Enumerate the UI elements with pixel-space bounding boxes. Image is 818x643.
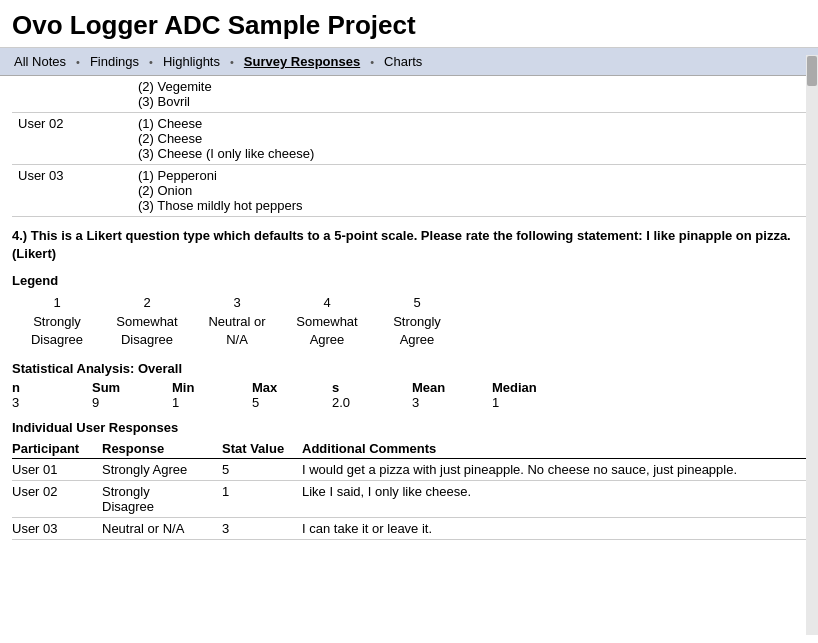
legend-title: Legend <box>12 273 806 288</box>
header-stat-value: Stat Value <box>222 439 302 459</box>
table-row: User 02 StronglyDisagree 1 Like I said, … <box>12 480 806 517</box>
stat-max-col: Max 5 <box>252 380 332 410</box>
responses-table: Participant Response Stat Value Addition… <box>12 439 806 540</box>
header-participant: Participant <box>12 439 102 459</box>
entry-cell: (2) Vegemite(3) Bovril <box>132 76 806 113</box>
stat-median-col: Median 1 <box>492 380 572 410</box>
nav-sep-2: • <box>149 56 153 68</box>
legend-item-3: 3 Neutral orN/A <box>192 294 282 349</box>
legend-row: 1 StronglyDisagree 2 SomewhatDisagree 3 … <box>12 294 806 349</box>
stat-sum-col: Sum 9 <box>92 380 172 410</box>
content-area: (2) Vegemite(3) Bovril User 02 (1) Chees… <box>0 76 818 558</box>
legend-item-4: 4 SomewhatAgree <box>282 294 372 349</box>
scrollbar-track[interactable] <box>806 55 818 635</box>
scrollbar-thumb[interactable] <box>807 56 817 86</box>
stat-min-col: Min 1 <box>172 380 252 410</box>
header-comments: Additional Comments <box>302 439 806 459</box>
stats-section: Statistical Analysis: Overall n 3 Sum 9 … <box>12 361 806 410</box>
legend-item-5: 5 StronglyAgree <box>372 294 462 349</box>
nav-sep-4: • <box>370 56 374 68</box>
stats-title: Statistical Analysis: Overall <box>12 361 806 376</box>
table-row: User 02 (1) Cheese(2) Cheese(3) Cheese (… <box>12 113 806 165</box>
user-cell: User 03 <box>12 165 132 217</box>
nav-item-findings[interactable]: Findings <box>84 52 145 71</box>
table-row: User 01 Strongly Agree 5 I would get a p… <box>12 458 806 480</box>
entry-cell: (1) Cheese(2) Cheese(3) Cheese (I only l… <box>132 113 806 165</box>
table-row: User 03 Neutral or N/A 3 I can take it o… <box>12 517 806 539</box>
cell-participant: User 02 <box>12 480 102 517</box>
stats-row-labels: n 3 Sum 9 Min 1 Max 5 s 2.0 <box>12 380 806 410</box>
nav-item-all-notes[interactable]: All Notes <box>8 52 72 71</box>
cell-stat-value: 3 <box>222 517 302 539</box>
nav-bar: All Notes • Findings • Highlights • Surv… <box>0 48 818 76</box>
cell-comments: I can take it or leave it. <box>302 517 806 539</box>
cell-participant: User 03 <box>12 517 102 539</box>
entry-cell: (1) Pepperoni(2) Onion(3) Those mildly h… <box>132 165 806 217</box>
cell-comments: I would get a pizza with just pineapple.… <box>302 458 806 480</box>
stat-mean-col: Mean 3 <box>412 380 492 410</box>
header-response: Response <box>102 439 222 459</box>
app-title: Ovo Logger ADC Sample Project <box>0 0 818 48</box>
stat-s-col: s 2.0 <box>332 380 412 410</box>
legend-item-1: 1 StronglyDisagree <box>12 294 102 349</box>
prior-table: (2) Vegemite(3) Bovril User 02 (1) Chees… <box>12 76 806 217</box>
question-text: 4.) This is a Likert question type which… <box>12 227 806 263</box>
nav-sep-3: • <box>230 56 234 68</box>
user-cell <box>12 76 132 113</box>
cell-stat-value: 1 <box>222 480 302 517</box>
table-row: User 03 (1) Pepperoni(2) Onion(3) Those … <box>12 165 806 217</box>
question-block: 4.) This is a Likert question type which… <box>12 227 806 540</box>
individual-section: Individual User Responses Participant Re… <box>12 420 806 540</box>
cell-comments: Like I said, I only like cheese. <box>302 480 806 517</box>
nav-item-charts[interactable]: Charts <box>378 52 428 71</box>
legend-item-2: 2 SomewhatDisagree <box>102 294 192 349</box>
nav-item-highlights[interactable]: Highlights <box>157 52 226 71</box>
nav-sep-1: • <box>76 56 80 68</box>
user-cell: User 02 <box>12 113 132 165</box>
table-row: (2) Vegemite(3) Bovril <box>12 76 806 113</box>
individual-title: Individual User Responses <box>12 420 806 435</box>
cell-response: Neutral or N/A <box>102 517 222 539</box>
nav-item-survey-responses[interactable]: Survey Responses <box>238 52 366 71</box>
cell-response: StronglyDisagree <box>102 480 222 517</box>
stat-n-col: n 3 <box>12 380 92 410</box>
legend-section: Legend 1 StronglyDisagree 2 SomewhatDisa… <box>12 273 806 349</box>
cell-participant: User 01 <box>12 458 102 480</box>
cell-response: Strongly Agree <box>102 458 222 480</box>
cell-stat-value: 5 <box>222 458 302 480</box>
